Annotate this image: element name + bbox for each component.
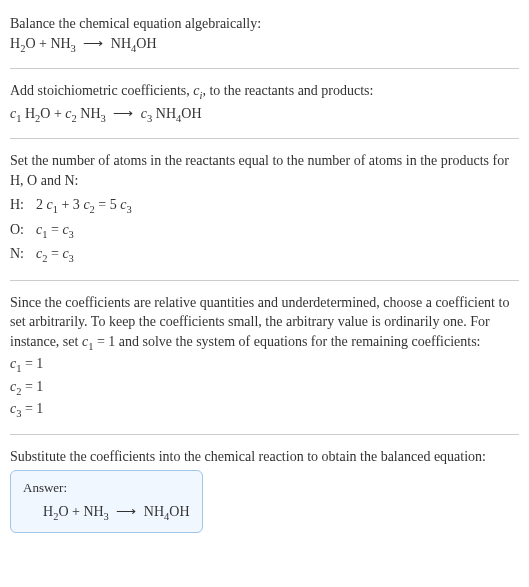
solve-text: Since the coefficients are relative quan…	[10, 293, 519, 355]
section-atoms: Set the number of atoms in the reactants…	[10, 145, 519, 274]
solve-results: c1 = 1c2 = 1c3 = 1	[10, 354, 519, 421]
problem-equation: H2O + NH3 ⟶ NH4OH	[10, 34, 519, 56]
section-solve: Since the coefficients are relative quan…	[10, 287, 519, 428]
answer-equation: H2O + NH3 ⟶ NH4OH	[23, 502, 190, 524]
atom-label: O:	[10, 219, 36, 243]
atom-equation: c2 = c3	[36, 243, 140, 267]
divider	[10, 434, 519, 435]
coefficient-result: c3 = 1	[10, 399, 519, 421]
coefficients-text: Add stoichiometric coefficients, ci, to …	[10, 81, 519, 103]
problem-title: Balance the chemical equation algebraica…	[10, 14, 519, 34]
divider	[10, 138, 519, 139]
substitute-text: Substitute the coefficients into the che…	[10, 447, 519, 467]
atom-label: N:	[10, 243, 36, 267]
atom-equation: 2 c1 + 3 c2 = 5 c3	[36, 194, 140, 218]
atoms-text: Set the number of atoms in the reactants…	[10, 151, 519, 190]
atom-label: H:	[10, 194, 36, 218]
divider	[10, 280, 519, 281]
atom-equation-row: H:2 c1 + 3 c2 = 5 c3	[10, 194, 140, 218]
coefficient-result: c2 = 1	[10, 377, 519, 399]
answer-label: Answer:	[23, 479, 190, 497]
section-problem: Balance the chemical equation algebraica…	[10, 8, 519, 62]
divider	[10, 68, 519, 69]
section-substitute: Substitute the coefficients into the che…	[10, 441, 519, 539]
atoms-equations-body: H:2 c1 + 3 c2 = 5 c3O:c1 = c3N:c2 = c3	[10, 194, 140, 267]
atom-equation: c1 = c3	[36, 219, 140, 243]
section-coefficients: Add stoichiometric coefficients, ci, to …	[10, 75, 519, 132]
coefficients-equation: c1 H2O + c2 NH3 ⟶ c3 NH4OH	[10, 104, 519, 126]
atom-equation-row: N:c2 = c3	[10, 243, 140, 267]
answer-box: Answer: H2O + NH3 ⟶ NH4OH	[10, 470, 203, 533]
atoms-equations-table: H:2 c1 + 3 c2 = 5 c3O:c1 = c3N:c2 = c3	[10, 194, 140, 267]
coefficient-result: c1 = 1	[10, 354, 519, 376]
atom-equation-row: O:c1 = c3	[10, 219, 140, 243]
